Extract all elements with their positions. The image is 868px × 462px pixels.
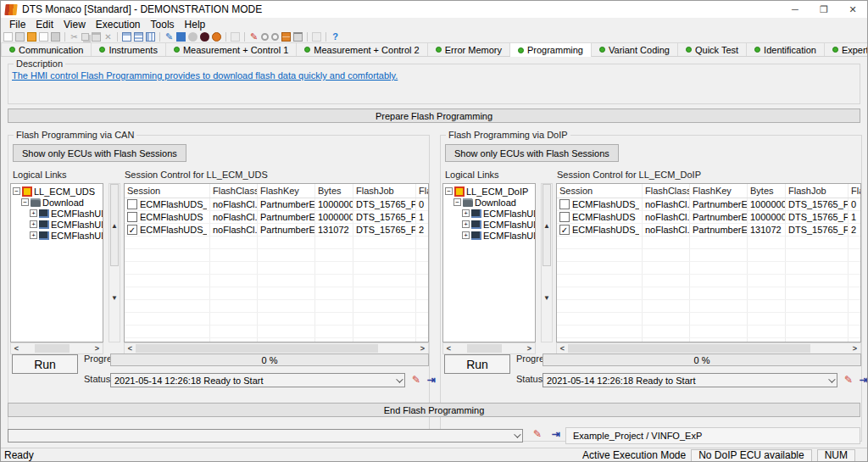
collapse-icon[interactable]: − xyxy=(453,198,461,206)
disabled-box-icon[interactable] xyxy=(231,32,240,42)
tree-item[interactable]: +ECMFlashUDS xyxy=(443,219,535,230)
session-checkbox[interactable]: ✓ xyxy=(559,225,570,235)
session-row[interactable]: ECMFlashUDSnoFlashCl...PartnumberE...100… xyxy=(125,211,428,224)
scroll-right-icon[interactable]: > xyxy=(92,344,103,353)
zoom-drop-icon[interactable] xyxy=(271,33,279,41)
scroll-down-icon[interactable]: ▼ xyxy=(109,294,120,302)
tab-measurement-control-1[interactable]: Measurement + Control 1 xyxy=(166,42,297,56)
filter-flash-sessions-button[interactable]: Show only ECUs with Flash Sessions xyxy=(13,144,186,162)
scroll-right-icon[interactable]: > xyxy=(524,344,535,353)
tree-item[interactable]: −Download xyxy=(443,197,535,208)
menu-tools[interactable]: Tools xyxy=(146,18,180,31)
description-link[interactable]: The HMI control Flash Programming provid… xyxy=(12,70,398,81)
tree-item[interactable]: −Download xyxy=(11,197,103,208)
restore-icon[interactable]: ❐ xyxy=(810,1,838,18)
help-icon[interactable] xyxy=(331,32,340,42)
expand-icon[interactable]: + xyxy=(30,220,37,228)
col-flashjob[interactable]: FlashJob xyxy=(353,184,416,198)
scroll-left-icon[interactable]: < xyxy=(125,344,136,353)
filter-flash-sessions-button[interactable]: Show only ECUs with Flash Sessions xyxy=(445,144,619,162)
tab-quick-test[interactable]: Quick Test xyxy=(678,42,747,56)
layout-tile-horizontal-icon[interactable] xyxy=(134,32,143,42)
placeholder-icon[interactable] xyxy=(312,32,321,42)
scroll-right-icon[interactable]: > xyxy=(417,344,428,353)
tab-identification[interactable]: Identification xyxy=(747,42,825,56)
copy-icon[interactable] xyxy=(81,33,89,41)
open-project-icon[interactable] xyxy=(27,32,36,42)
scroll-up-icon[interactable]: ▲ xyxy=(542,222,552,230)
paste-icon[interactable] xyxy=(92,32,101,42)
tree-item[interactable]: +ECMFlashUDS_ xyxy=(11,230,103,241)
layout-tile-vertical-icon[interactable] xyxy=(146,32,155,42)
col-session[interactable]: Session xyxy=(125,184,210,198)
menu-help[interactable]: Help xyxy=(180,18,211,31)
export-log-icon[interactable]: ⇥ xyxy=(550,428,562,440)
tree-item[interactable]: +ECMFlashUDS xyxy=(11,219,103,230)
open-file-icon[interactable] xyxy=(15,32,25,42)
delete-icon[interactable] xyxy=(103,32,113,42)
tab-variant-coding[interactable]: Variant Coding xyxy=(592,42,678,56)
tree-hscrollbar[interactable]: < > xyxy=(10,342,103,354)
close-icon[interactable]: ✕ xyxy=(838,1,867,18)
run-button[interactable]: Run xyxy=(444,354,510,374)
record-icon[interactable] xyxy=(200,32,209,42)
status-combo[interactable]: 2021-05-14 12:26:18 Ready to Start xyxy=(542,373,837,387)
collapse-icon[interactable]: − xyxy=(13,187,20,195)
prepare-flash-button[interactable]: Prepare Flash Programming xyxy=(8,109,860,123)
scroll-left-icon[interactable]: < xyxy=(443,344,454,353)
tree-hscrollbar[interactable]: < > xyxy=(442,342,536,354)
expand-icon[interactable]: + xyxy=(30,231,37,239)
scroll-up-icon[interactable]: ▲ xyxy=(109,222,120,230)
table-hscrollbar[interactable]: < > xyxy=(124,342,429,354)
new-file-icon[interactable] xyxy=(3,32,13,42)
status-combo[interactable]: 2021-05-14 12:26:18 Ready to Start xyxy=(110,373,405,387)
stop-icon[interactable] xyxy=(176,32,186,42)
reload-project-icon[interactable] xyxy=(39,32,48,42)
save-icon[interactable] xyxy=(51,32,60,42)
clipboard-icon[interactable] xyxy=(293,32,303,42)
scroll-right-icon[interactable]: > xyxy=(849,344,860,353)
edit-pen-icon[interactable] xyxy=(164,32,174,42)
scroll-down-icon[interactable]: ▼ xyxy=(542,294,552,302)
pause-icon[interactable] xyxy=(188,32,198,42)
col-flashkey[interactable]: FlashKey xyxy=(690,184,748,198)
tree-item[interactable]: +ECMFlashUDS_ xyxy=(11,208,103,219)
tree-item[interactable]: +ECMFlashUDS_ xyxy=(443,230,535,241)
menu-execution[interactable]: Execution xyxy=(91,18,146,31)
col-flashindex[interactable]: Flas xyxy=(416,184,428,198)
clear-status-icon[interactable]: ✎ xyxy=(410,374,422,386)
session-row[interactable]: ECMFlashUDS_...noFlashCl...PartnumberE..… xyxy=(557,198,860,211)
expand-icon[interactable]: + xyxy=(462,231,470,239)
expand-icon[interactable]: + xyxy=(462,220,470,228)
collapse-icon[interactable]: − xyxy=(21,198,29,206)
col-session[interactable]: Session xyxy=(557,184,643,198)
table-vscrollbar[interactable]: ▲ ▼ xyxy=(108,183,120,342)
export-log-icon[interactable]: ⇥ xyxy=(426,374,437,386)
layout-cascade-icon[interactable] xyxy=(122,32,131,42)
session-checkbox[interactable] xyxy=(559,199,570,209)
cut-icon[interactable] xyxy=(70,32,79,42)
collapse-icon[interactable]: − xyxy=(445,187,453,195)
session-row[interactable]: ✓ECMFlashUDS_...noFlashCl...PartnumberE.… xyxy=(557,224,860,237)
tab-measurement-control-2[interactable]: Measurement + Control 2 xyxy=(297,42,427,56)
tab-instruments[interactable]: Instruments xyxy=(92,42,165,56)
col-flashkey[interactable]: FlashKey xyxy=(258,184,315,198)
session-checkbox[interactable] xyxy=(559,212,570,222)
menu-file[interactable]: File xyxy=(4,18,31,31)
col-flashclass[interactable]: FlashClass xyxy=(643,184,690,198)
table-hscrollbar[interactable]: < > xyxy=(556,342,861,354)
session-row[interactable]: ECMFlashUDSnoFlashCl...PartnumberE...100… xyxy=(557,211,860,224)
end-flash-button[interactable]: End Flash Programming xyxy=(8,403,860,417)
menu-edit[interactable]: Edit xyxy=(31,18,58,31)
session-row[interactable]: ECMFlashUDS_...noFlashCl...PartnumberE..… xyxy=(125,198,428,211)
tab-programming[interactable]: Programming xyxy=(510,42,592,57)
tree-item[interactable]: −LL_ECM_DoIP xyxy=(443,186,535,197)
col-flashindex[interactable]: Flas xyxy=(849,184,860,198)
expand-icon[interactable]: + xyxy=(30,209,37,217)
tree-item[interactable]: +ECMFlashUDS_ xyxy=(443,208,535,219)
globe-icon[interactable] xyxy=(212,32,221,42)
expand-icon[interactable]: + xyxy=(462,209,470,217)
tab-communication[interactable]: Communication xyxy=(1,42,92,56)
workspace-icon[interactable] xyxy=(281,32,291,42)
table-vscrollbar[interactable]: ▲ ▼ xyxy=(541,183,553,342)
